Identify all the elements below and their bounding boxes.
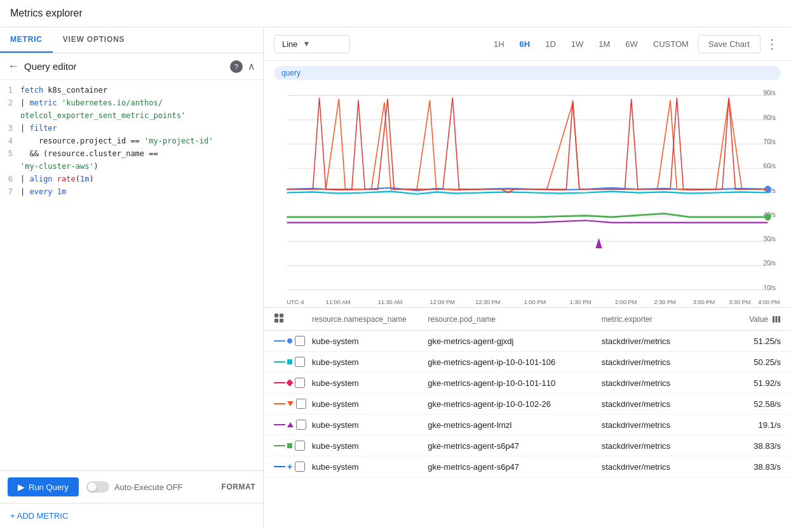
svg-rect-34 [280,314,283,317]
row-pod-7: gke-metrics-agent-s6p47 [428,462,601,472]
save-chart-button[interactable]: Save Chart [698,35,761,53]
code-line-4: 4 resource.project_id == 'my-project-id' [0,136,263,149]
code-line-7: 7 | every 1m [0,187,263,199]
svg-text:2:30 PM: 2:30 PM [654,298,676,305]
row-checkbox-6[interactable] [295,441,305,451]
tab-view-options[interactable]: VIEW OPTIONS [53,27,135,53]
tab-metric[interactable]: METRIC [0,27,53,53]
row-pod-4: gke-metrics-agent-ip-10-0-102-26 [428,399,601,409]
query-editor-title: Query editor [24,61,225,72]
svg-text:2:00 PM: 2:00 PM [615,298,637,305]
table-header: resource.namespace_name resource.pod_nam… [264,308,791,331]
time-1m-button[interactable]: 1M [592,36,616,52]
row-exporter-2: stackdriver/metrics [602,357,717,367]
row-value-2: 50.25/s [717,357,781,367]
row-indicator-4 [274,399,312,409]
query-chip[interactable]: query [274,66,781,80]
run-query-label: Run Query [29,482,69,492]
header-pod: resource.pod_name [428,315,601,324]
chart-type-label: Line [282,39,298,49]
row-checkbox-3[interactable] [295,378,305,388]
row-indicator-5 [274,420,312,430]
top-bar: Metrics explorer [0,0,791,27]
collapse-button[interactable]: ∧ [248,60,255,72]
time-1w-button[interactable]: 1W [565,36,590,52]
row-indicator-6 [274,441,312,451]
svg-rect-36 [280,319,283,323]
time-buttons: 1H 6H 1D 1W 1M 6W CUSTOM Save Chart ⋮ [487,34,781,54]
row-pod-5: gke-metrics-agent-lrnzl [428,420,601,430]
column-settings-icon[interactable] [772,315,781,324]
row-namespace-2: kube-system [312,357,428,367]
row-exporter-7: stackdriver/metrics [602,462,717,472]
svg-rect-35 [274,319,278,323]
svg-rect-33 [274,314,278,317]
play-icon: ▶ [18,482,25,492]
time-1h-button[interactable]: 1H [487,36,511,52]
back-button[interactable]: ← [8,60,19,73]
left-panel: METRIC VIEW OPTIONS ← Query editor ? ∧ 1… [0,27,264,528]
row-namespace-7: kube-system [312,462,428,472]
code-line-5b: 'my-cluster-aws') [0,161,263,174]
time-1d-button[interactable]: 1D [539,36,562,52]
row-checkbox-4[interactable] [296,399,306,409]
row-checkbox-7[interactable] [295,462,305,472]
row-value-5: 19.1/s [717,420,781,430]
toggle-switch[interactable] [86,481,109,493]
data-table: resource.namespace_name resource.pod_nam… [264,307,791,528]
auto-execute-toggle: Auto-Execute OFF [86,481,183,493]
row-exporter-5: stackdriver/metrics [602,420,717,430]
table-row: kube-system gke-metrics-agent-ip-10-0-10… [264,394,791,415]
custom-button[interactable]: CUSTOM [647,36,695,52]
chart-type-select[interactable]: Line ▼ [274,35,350,53]
table-row: kube-system gke-metrics-agent-ip-10-0-10… [264,373,791,394]
code-line-5: 5 && (resource.cluster_name == [0,149,263,161]
run-query-button[interactable]: ▶ Run Query [8,477,79,496]
row-value-7: 38.83/s [717,462,781,472]
code-editor[interactable]: 1 fetch k8s_container 2 | metric 'kubern… [0,80,263,470]
toggle-knob [88,482,97,491]
svg-rect-39 [778,316,780,323]
more-options-button[interactable]: ⋮ [763,34,781,54]
app-title: Metrics explorer [10,8,83,19]
add-metric-label: + ADD METRIC [10,511,68,521]
row-pod-3: gke-metrics-agent-ip-10-0-101-110 [428,378,601,388]
row-pod-6: gke-metrics-agent-s6p47 [428,441,601,451]
row-value-6: 38.83/s [717,441,781,451]
header-namespace: resource.namespace_name [312,315,428,324]
code-line-3: 3 | filter [0,123,263,136]
row-exporter-4: stackdriver/metrics [602,399,717,409]
chart-container: 90/s 80/s 70/s 60/s 50/s 40/s 30/s 20/s … [264,85,791,307]
chart-svg: 90/s 80/s 70/s 60/s 50/s 40/s 30/s 20/s … [274,85,781,307]
format-button[interactable]: FORMAT [222,482,255,491]
svg-rect-37 [773,316,774,323]
row-value-1: 51.25/s [717,336,781,346]
svg-text:1:30 PM: 1:30 PM [570,298,592,305]
svg-text:4:00 PM: 4:00 PM [758,298,780,305]
header-icon-col [274,313,312,325]
right-panel: Line ▼ 1H 6H 1D 1W 1M 6W CUSTOM Save Cha… [264,27,791,528]
row-indicator-7: + [274,462,312,472]
row-namespace-5: kube-system [312,420,428,430]
code-line-2b: otelcol_exporter_sent_metric_points' [0,110,263,123]
row-checkbox-5[interactable] [296,420,306,430]
svg-text:11:00 AM: 11:00 AM [326,298,351,305]
row-indicator-3 [274,378,312,388]
help-button[interactable]: ? [230,60,243,73]
time-6w-button[interactable]: 6W [619,36,644,52]
add-metric-button[interactable]: + ADD METRIC [0,503,263,528]
svg-text:1:00 PM: 1:00 PM [524,298,546,305]
code-line-6: 6 | align rate(1m) [0,174,263,187]
row-pod-1: gke-metrics-agent-gjxdj [428,336,601,346]
row-namespace-6: kube-system [312,441,428,451]
row-checkbox-1[interactable] [295,336,305,346]
row-pod-2: gke-metrics-agent-ip-10-0-101-106 [428,357,601,367]
svg-text:UTC-4: UTC-4 [287,298,304,305]
time-6h-button[interactable]: 6H [513,36,537,52]
svg-text:12:00 PM: 12:00 PM [430,298,455,305]
table-row: kube-system gke-metrics-agent-s6p47 stac… [264,436,791,456]
row-checkbox-2[interactable] [295,357,305,367]
svg-point-19 [764,213,771,220]
svg-text:11:30 AM: 11:30 AM [378,298,403,305]
table-row: kube-system gke-metrics-agent-ip-10-0-10… [264,352,791,373]
